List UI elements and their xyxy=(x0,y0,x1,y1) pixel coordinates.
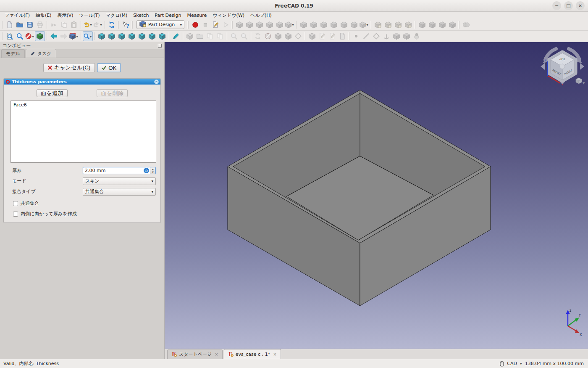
menu-measure[interactable]: Measure xyxy=(184,12,210,19)
fit-all-button[interactable] xyxy=(5,31,15,41)
view-right-button[interactable] xyxy=(127,31,137,41)
nav-style-selector[interactable]: CAD xyxy=(507,361,517,366)
close-button[interactable]: × xyxy=(576,1,585,10)
datum-point-button xyxy=(351,31,361,41)
dialog-header: Thickness parameters xyxy=(4,79,160,85)
thickness-spin-up[interactable]: ▲ xyxy=(150,167,155,171)
toolbar-grip xyxy=(3,32,3,40)
expression-icon[interactable]: fx xyxy=(144,168,149,173)
paste-button xyxy=(69,20,79,30)
collapse-icon[interactable] xyxy=(154,79,159,84)
tab-start-page[interactable]: Fスタートページ× xyxy=(167,349,223,359)
svg-text:z: z xyxy=(545,58,546,61)
macro-play-button xyxy=(220,20,231,30)
maximize-button[interactable]: □ xyxy=(564,1,573,10)
mode-value: スキン xyxy=(85,178,151,184)
face-list-item[interactable]: Face6 xyxy=(13,102,154,108)
open-file-button[interactable] xyxy=(15,20,25,30)
panel-float-icon[interactable] xyxy=(158,44,162,48)
selection-bounding-box-button[interactable] xyxy=(35,31,45,41)
undo-button[interactable]: ▼ xyxy=(83,20,93,30)
toolbar-grip xyxy=(105,21,105,29)
3d-viewport[interactable]: TOP FRONT RIGHT z x ▼ z xyxy=(165,42,588,359)
toolbar-grip xyxy=(371,21,371,29)
toolbar-grip xyxy=(305,32,305,40)
tab-document[interactable]: Fevs_case c : 1*× xyxy=(224,349,281,359)
view-rear-button[interactable] xyxy=(137,31,147,41)
zoom-box-button[interactable]: ▼ xyxy=(83,31,93,41)
toolbar-grip xyxy=(47,32,47,40)
create-group-button xyxy=(195,31,205,41)
view-top-button[interactable] xyxy=(117,31,127,41)
menu-part-design[interactable]: Part Design xyxy=(152,12,184,19)
add-face-button[interactable]: 面を追加 xyxy=(37,89,68,97)
fit-selection-button[interactable] xyxy=(15,31,25,41)
title-bar: FreeCAD 0.19 − □ × xyxy=(0,0,588,12)
toolbar-grip xyxy=(227,32,227,40)
thickness-button xyxy=(447,20,457,30)
menu-tools[interactable]: ツール(T) xyxy=(76,12,103,19)
macro-record-button[interactable] xyxy=(190,20,200,30)
draw-style-button[interactable]: ▼ xyxy=(25,31,35,41)
toolbar-grip xyxy=(415,21,415,29)
nav-back-button[interactable] xyxy=(49,31,59,41)
view-bottom-button[interactable] xyxy=(147,31,157,41)
view-front-button[interactable] xyxy=(107,31,117,41)
macro-edit-button[interactable] xyxy=(210,20,220,30)
clear-measurements-button xyxy=(263,31,273,41)
subtractive-primitive-button: ▼ xyxy=(359,20,369,30)
sidebar-tab-tasks[interactable]: タスク xyxy=(26,49,56,58)
hole-button xyxy=(309,20,319,30)
view-left-button[interactable] xyxy=(157,31,167,41)
groove-button xyxy=(319,20,329,30)
multitransform-button xyxy=(403,20,413,30)
thickness-spin-down[interactable]: ▼ xyxy=(150,171,155,174)
datum-line-button xyxy=(361,31,371,41)
join-type-select[interactable]: 共通集合▼ xyxy=(83,188,156,196)
view-rotate-button[interactable]: ▼ xyxy=(69,31,79,41)
navigation-cube[interactable]: TOP FRONT RIGHT z x ▼ xyxy=(539,45,585,91)
workbench-icon xyxy=(139,20,147,29)
pan-right-arrow-icon xyxy=(580,63,584,70)
remove-face-button: 面を削除 xyxy=(97,89,128,97)
thickness-label: 厚み xyxy=(12,167,83,174)
face-list[interactable]: Face6 xyxy=(10,101,156,163)
thickness-input[interactable]: 2.00 mmfx▲▼ xyxy=(83,167,156,174)
axis-z-label: z xyxy=(570,309,571,312)
menu-macro[interactable]: マクロ(M) xyxy=(102,12,130,19)
tab-close-icon[interactable]: × xyxy=(215,352,218,357)
refresh-document-button[interactable] xyxy=(107,20,117,30)
menu-sketch[interactable]: Sketch xyxy=(130,12,152,19)
menu-edit[interactable]: 編集(E) xyxy=(33,12,55,19)
3d-view[interactable]: TOP FRONT RIGHT z x ▼ z xyxy=(165,42,588,349)
model-open-box[interactable] xyxy=(165,42,588,349)
boolean-operation-button xyxy=(461,20,471,30)
mouse-icon xyxy=(500,361,504,367)
menu-view[interactable]: 表示(V) xyxy=(55,12,76,19)
join-type-value: 共通集合 xyxy=(85,188,151,195)
tab-close-icon[interactable]: × xyxy=(273,352,276,357)
workbench-selector[interactable]: Part Design▼ xyxy=(136,20,184,29)
make-thickness-inwards-checkbox[interactable] xyxy=(13,212,18,217)
intersection-checkbox[interactable] xyxy=(13,201,18,206)
cancel-x-icon xyxy=(48,66,52,70)
mode-select[interactable]: スキン▼ xyxy=(83,177,156,185)
new-file-button[interactable] xyxy=(5,20,15,30)
additive-pipe-button xyxy=(265,20,275,30)
measure-tool-button[interactable] xyxy=(171,31,181,41)
save-file-button[interactable] xyxy=(25,20,35,30)
view-axonometric-button[interactable] xyxy=(97,31,107,41)
draft-button xyxy=(437,20,447,30)
menu-window[interactable]: ウィンドウ(W) xyxy=(210,12,247,19)
thickness-icon xyxy=(5,79,10,84)
cancel-button[interactable]: キャンセル(C) xyxy=(43,63,95,72)
menu-help[interactable]: ヘルプ(H) xyxy=(247,12,275,19)
whats-this-button[interactable]: ? xyxy=(121,20,131,30)
datum-plane-button xyxy=(371,31,381,41)
ok-button[interactable]: OK xyxy=(97,63,121,72)
chevron-down-icon[interactable]: ▼ xyxy=(520,362,522,365)
combo-view-tabs: モデルタスク xyxy=(0,49,164,58)
menu-file[interactable]: ファイル(F) xyxy=(2,12,33,19)
sidebar-tab-model[interactable]: モデル xyxy=(1,49,25,58)
minimize-button[interactable]: − xyxy=(552,1,561,10)
